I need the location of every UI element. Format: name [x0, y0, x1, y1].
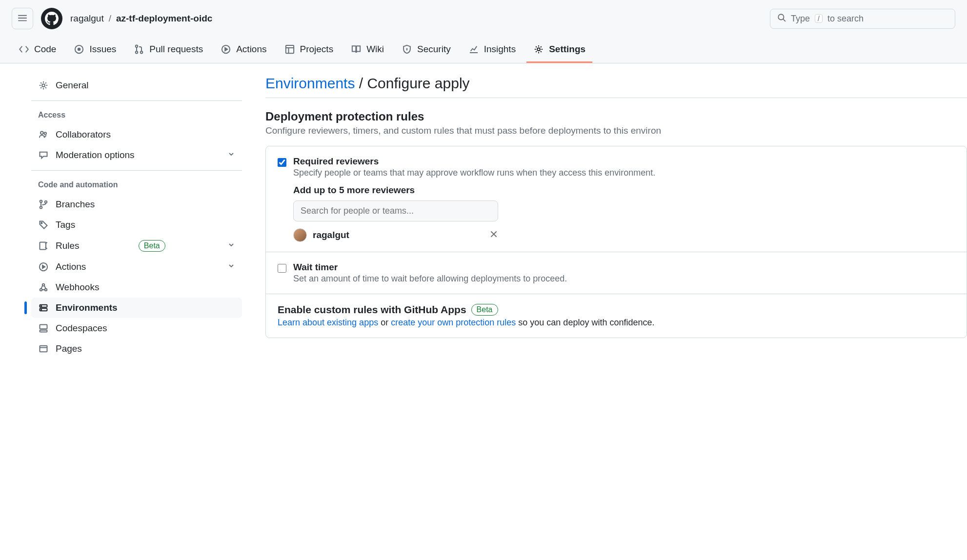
sidebar-item-webhooks[interactable]: Webhooks: [31, 277, 242, 298]
rules-icon: [38, 240, 49, 251]
tab-projects[interactable]: Projects: [278, 37, 341, 63]
svg-point-24: [41, 306, 41, 306]
svg-rect-7: [285, 45, 293, 53]
svg-point-15: [45, 201, 47, 203]
title-separator: /: [359, 75, 363, 91]
environments-link[interactable]: Environments: [265, 75, 355, 91]
svg-point-14: [40, 206, 42, 209]
reviewer-item: ragalgut: [293, 228, 498, 242]
svg-point-21: [42, 284, 45, 286]
search-prefix: Type: [791, 14, 810, 24]
search-suffix: to search: [827, 14, 864, 24]
tab-label: Code: [34, 44, 56, 55]
sidebar-item-general[interactable]: General: [31, 75, 242, 96]
search-input[interactable]: Type / to search: [770, 9, 955, 29]
custom-or-text: or: [378, 318, 391, 327]
tab-label: Projects: [300, 44, 334, 55]
sidebar-item-collaborators[interactable]: Collaborators: [31, 124, 242, 145]
required-reviewers-checkbox[interactable]: [278, 158, 286, 167]
sidebar-label: Branches: [56, 199, 95, 210]
graph-icon: [468, 44, 479, 55]
beta-badge: Beta: [139, 240, 165, 252]
play-icon: [38, 261, 49, 272]
shield-icon: [402, 44, 412, 55]
breadcrumb-owner[interactable]: ragalgut: [70, 13, 104, 24]
create-rules-link[interactable]: create your own protection rules: [391, 318, 516, 327]
issue-icon: [74, 44, 84, 55]
svg-point-19: [40, 289, 42, 291]
sidebar-label: Webhooks: [56, 282, 99, 293]
tab-insights[interactable]: Insights: [462, 37, 523, 63]
reviewer-name: ragalgut: [313, 230, 484, 240]
custom-rules-row: Enable custom rules with GitHub Apps Bet…: [266, 294, 967, 338]
sidebar-item-codespaces[interactable]: Codespaces: [31, 318, 242, 339]
settings-sidebar: General Access Collaborators Moderation …: [0, 75, 254, 359]
search-icon: [777, 13, 786, 24]
sidebar-item-tags[interactable]: Tags: [31, 215, 242, 235]
svg-point-5: [141, 51, 143, 54]
reviewer-search-input[interactable]: [293, 200, 498, 221]
sidebar-label: Environments: [56, 302, 118, 313]
sidebar-label: Collaborators: [56, 129, 111, 140]
wait-timer-checkbox[interactable]: [278, 264, 286, 273]
svg-point-11: [40, 131, 43, 134]
svg-point-20: [45, 289, 47, 291]
sidebar-label: Codespaces: [56, 323, 107, 334]
browser-icon: [38, 343, 49, 354]
tab-label: Actions: [236, 44, 266, 55]
custom-rules-desc: Learn about existing apps or create your…: [278, 318, 955, 328]
sidebar-section-access: Access: [31, 106, 242, 124]
gear-icon: [533, 44, 544, 55]
svg-point-8: [406, 49, 407, 49]
sidebar-label: Tags: [56, 220, 75, 230]
hamburger-button[interactable]: [12, 8, 33, 29]
svg-point-12: [44, 132, 47, 135]
comment-icon: [38, 150, 49, 160]
tab-actions[interactable]: Actions: [214, 37, 273, 63]
tab-settings[interactable]: Settings: [526, 37, 592, 63]
tab-pulls[interactable]: Pull requests: [127, 37, 210, 63]
sidebar-item-branches[interactable]: Branches: [31, 194, 242, 215]
required-reviewers-title: Required reviewers: [293, 156, 955, 167]
sidebar-item-actions[interactable]: Actions: [31, 257, 242, 277]
table-icon: [284, 44, 295, 55]
tab-issues[interactable]: Issues: [67, 37, 123, 63]
breadcrumb-separator: /: [109, 13, 111, 24]
beta-badge: Beta: [471, 304, 498, 316]
breadcrumb: ragalgut / az-tf-deployment-oidc: [70, 13, 212, 24]
tab-label: Pull requests: [149, 44, 203, 55]
svg-point-10: [42, 84, 45, 87]
sidebar-item-pages[interactable]: Pages: [31, 339, 242, 359]
add-reviewers-title: Add up to 5 more reviewers: [293, 185, 955, 196]
branch-icon: [38, 199, 49, 210]
sidebar-item-environments[interactable]: Environments: [31, 298, 242, 318]
protection-rules-panel: Required reviewers Specify people or tea…: [265, 146, 967, 338]
sidebar-label: Rules: [56, 240, 80, 251]
tab-code[interactable]: Code: [12, 37, 63, 63]
page-title: Environments / Configure apply: [265, 75, 967, 98]
svg-point-2: [78, 48, 81, 51]
sidebar-item-moderation[interactable]: Moderation options: [31, 145, 242, 165]
gear-icon: [38, 80, 49, 91]
section-desc: Configure reviewers, timers, and custom …: [265, 125, 967, 136]
chevron-down-icon: [227, 240, 235, 251]
github-logo[interactable]: [41, 8, 62, 29]
main: General Access Collaborators Moderation …: [0, 63, 967, 371]
sidebar-label: Moderation options: [56, 150, 135, 160]
sidebar-item-rules[interactable]: Rules Beta: [31, 235, 242, 257]
section-title: Deployment protection rules: [265, 110, 967, 123]
learn-apps-link[interactable]: Learn about existing apps: [278, 318, 378, 327]
tab-label: Wiki: [366, 44, 384, 55]
title-current: Configure apply: [367, 75, 469, 91]
tab-security[interactable]: Security: [395, 37, 458, 63]
wait-timer-row: Wait timer Set an amount of time to wait…: [266, 252, 967, 294]
custom-suffix-text: so you can deploy with confidence.: [516, 318, 654, 327]
svg-rect-17: [40, 242, 46, 250]
tab-label: Security: [417, 44, 451, 55]
server-icon: [38, 302, 49, 313]
breadcrumb-repo[interactable]: az-tf-deployment-oidc: [116, 13, 212, 24]
tab-wiki[interactable]: Wiki: [344, 37, 391, 63]
repo-tabs: Code Issues Pull requests Actions Projec…: [0, 37, 967, 63]
remove-reviewer-button[interactable]: [489, 230, 498, 241]
search-kbd: /: [815, 14, 823, 23]
